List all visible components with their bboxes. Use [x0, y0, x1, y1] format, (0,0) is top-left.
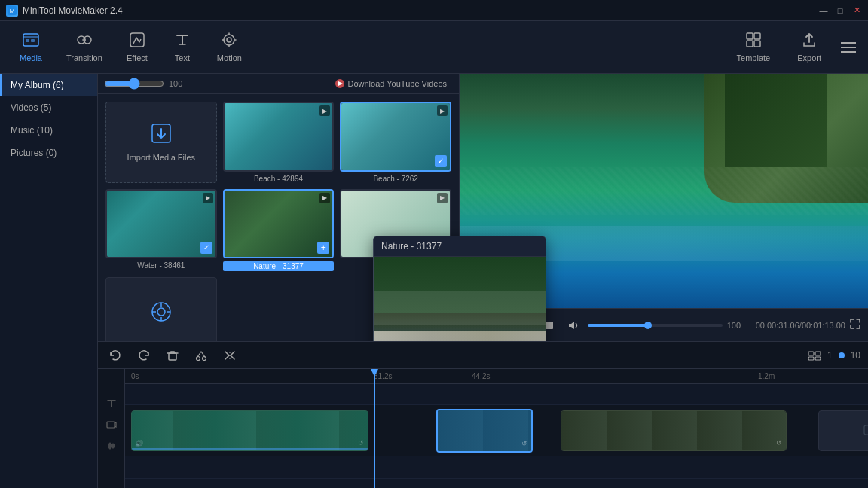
media-item-unit[interactable]: 09 Unit 5(9): [105, 277, 217, 341]
corner-icon-4: ▶: [319, 193, 330, 203]
slider-value: 100: [169, 79, 182, 88]
audio-track-row: [125, 456, 868, 479]
nav-music[interactable]: Music (10): [0, 119, 97, 142]
beach2-label: Beach - 7262: [340, 175, 451, 183]
clip-water-selected[interactable]: ↺: [436, 409, 533, 453]
nature-tooltip: Nature - 31377: [373, 236, 546, 341]
ruler-mark-3: 1.2m: [758, 372, 775, 380]
svg-rect-12: [747, 41, 753, 47]
slider-container: 100: [104, 78, 322, 90]
toolbar-text[interactable]: Text: [160, 27, 205, 67]
fit-button[interactable]: [808, 349, 821, 361]
progress-bar[interactable]: [588, 324, 723, 327]
toolbar-transition[interactable]: Transition: [54, 27, 115, 67]
fullscreen-button[interactable]: [850, 319, 860, 331]
beach1-label: Beach - 42894: [223, 175, 335, 183]
import-media-item[interactable]: Import Media Files: [105, 102, 217, 182]
svg-rect-41: [864, 425, 868, 435]
media-item-beach1[interactable]: ▶ Beach - 42894: [223, 102, 335, 182]
transition-label: Transition: [66, 53, 102, 63]
toolbar-effect[interactable]: Effect: [115, 27, 160, 67]
media-label: Media: [20, 53, 42, 63]
title-bar-left: M MiniTool MovieMaker 2.4: [6, 5, 123, 17]
video-track-icon: [104, 417, 119, 432]
svg-point-21: [157, 308, 165, 316]
text-label: Text: [175, 53, 190, 63]
toolbar-export[interactable]: Export: [785, 27, 833, 67]
youtube-download-button[interactable]: Download YouTube Videos: [329, 76, 454, 91]
redo-button[interactable]: [134, 346, 154, 365]
svg-rect-37: [808, 357, 814, 360]
svg-text:M: M: [10, 8, 15, 14]
water-check-badge: ✓: [200, 242, 212, 254]
video-track-row: 🔊 ↺ ↺ ↺: [125, 405, 868, 456]
app-title: MiniTool MovieMaker 2.4: [23, 5, 123, 16]
title-bar: M MiniTool MovieMaker 2.4 — □ ✕: [0, 0, 868, 21]
unit-thumb: [105, 277, 217, 341]
effect-icon: [129, 32, 145, 50]
motion-icon: [221, 32, 237, 50]
maximize-button[interactable]: □: [835, 5, 845, 16]
ruler-mark-1: 31.2s: [374, 372, 392, 380]
volume-value: 100: [727, 321, 748, 330]
svg-rect-4: [31, 39, 35, 42]
timeline-playhead[interactable]: [374, 369, 375, 488]
text-track-icon: [104, 396, 119, 411]
page-indicator: [839, 352, 845, 358]
page-number: 1: [827, 350, 833, 361]
media-item-nature[interactable]: ▶ + Nature - 31377: [223, 189, 335, 271]
close-button[interactable]: ✕: [851, 5, 862, 16]
time-display: 00:00:31.06/00:01:13.00: [756, 321, 845, 330]
svg-rect-36: [808, 352, 814, 355]
undo-button[interactable]: [105, 346, 125, 365]
clip-rocks[interactable]: ↺: [561, 410, 787, 451]
media-item-water[interactable]: ▶ ✓ Water - 38461: [105, 189, 217, 271]
main-layout: My Album (6) Videos (5) Music (10) Pictu…: [0, 74, 868, 488]
svg-rect-32: [169, 353, 176, 360]
split-button[interactable]: [220, 346, 240, 365]
toolbar-motion[interactable]: Motion: [205, 27, 254, 67]
media-panel: 100 Download YouTube Videos: [98, 74, 460, 341]
svg-point-8: [224, 35, 234, 45]
ruler-mark-0: 0s: [131, 372, 139, 380]
nav-videos[interactable]: Videos (5): [0, 96, 97, 119]
media-icon: [23, 32, 39, 50]
corner-icon-2: ▶: [437, 105, 448, 116]
check-badge: ✓: [435, 155, 447, 167]
export-label: Export: [797, 53, 821, 63]
svg-rect-3: [26, 39, 29, 42]
cut-button[interactable]: [191, 346, 211, 365]
svg-rect-40: [107, 422, 115, 428]
timeline-toolbar: 1 10: [98, 342, 868, 369]
toolbar-template[interactable]: Template: [725, 27, 783, 67]
volume-button[interactable]: [564, 316, 583, 335]
nav-pictures[interactable]: Pictures (0): [0, 142, 97, 164]
svg-rect-31: [546, 322, 553, 329]
minimize-button[interactable]: —: [818, 5, 829, 16]
import-label: Import Media Files: [127, 153, 195, 162]
clip-placeholder[interactable]: ↺: [818, 410, 868, 451]
toolbar-media[interactable]: Media: [8, 27, 54, 67]
media-item-beach2[interactable]: ▶ ✓ Beach - 7262: [340, 102, 451, 182]
import-icon: [151, 123, 172, 148]
clip-forest[interactable]: 🔊 ↺: [131, 410, 368, 451]
svg-rect-11: [754, 33, 760, 39]
timeline-tracks: 0s 31.2s 44.2s 1.2m: [125, 369, 868, 488]
water-thumb: ▶ ✓: [105, 189, 217, 258]
export-icon: [801, 32, 818, 50]
svg-point-34: [203, 356, 206, 360]
media-toolbar: 100 Download YouTube Videos: [98, 74, 459, 94]
transition-icon: [76, 32, 93, 50]
delete-button[interactable]: [163, 346, 182, 365]
tooltip-preview: [374, 257, 546, 341]
svg-rect-7: [130, 33, 144, 47]
template-icon: [745, 32, 762, 50]
track-icons: [98, 369, 125, 488]
menu-button[interactable]: [836, 35, 860, 59]
toolbar-right: Template Export: [725, 27, 860, 67]
zoom-slider[interactable]: [104, 78, 164, 90]
ruler-mark-2: 44.2s: [472, 372, 490, 380]
corner-icon: ▶: [319, 105, 330, 116]
nav-my-album[interactable]: My Album (6): [0, 74, 97, 96]
motion-label: Motion: [217, 53, 242, 63]
